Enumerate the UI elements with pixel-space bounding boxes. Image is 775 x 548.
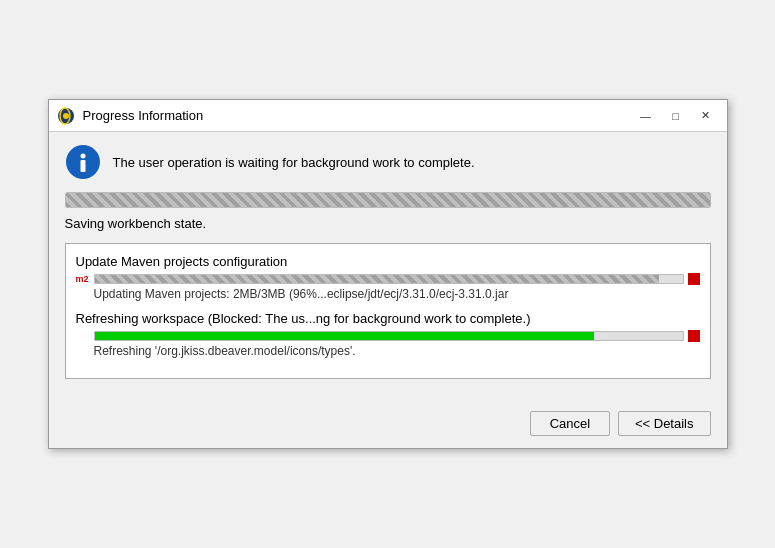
info-icon	[65, 144, 101, 180]
info-row: The user operation is waiting for backgr…	[65, 144, 711, 180]
status-text: Saving workbench state.	[65, 216, 711, 231]
task-1-label: m2	[76, 274, 90, 284]
task-1-row: m2	[76, 273, 700, 285]
task-1-progress-fill	[95, 275, 659, 283]
task-block-2: Refreshing workspace (Blocked: The us...…	[76, 311, 700, 358]
task-2-title: Refreshing workspace (Blocked: The us...…	[76, 311, 700, 326]
task-block-1: Update Maven projects configuration m2 U…	[76, 254, 700, 301]
progress-window: Progress Information — □ ✕ The user oper…	[48, 99, 728, 449]
task-2-sub-text: Refreshing '/org.jkiss.dbeaver.model/ico…	[94, 344, 700, 358]
title-bar-controls: — □ ✕	[633, 106, 719, 126]
cancel-button[interactable]: Cancel	[530, 411, 610, 436]
app-icon	[57, 107, 75, 125]
task-2-row	[76, 330, 700, 342]
footer: Cancel << Details	[49, 403, 727, 448]
svg-rect-5	[80, 160, 85, 172]
minimize-button[interactable]: —	[633, 106, 659, 126]
task-2-stop-button[interactable]	[688, 330, 700, 342]
close-button[interactable]: ✕	[693, 106, 719, 126]
content-area: The user operation is waiting for backgr…	[49, 132, 727, 403]
details-box: Update Maven projects configuration m2 U…	[65, 243, 711, 379]
maximize-button[interactable]: □	[663, 106, 689, 126]
main-progress-fill	[66, 193, 710, 207]
task-2-progress	[94, 331, 684, 341]
window-title: Progress Information	[83, 108, 204, 123]
task-1-title: Update Maven projects configuration	[76, 254, 700, 269]
task-1-sub-text: Updating Maven projects: 2MB/3MB (96%...…	[94, 287, 700, 301]
title-bar-left: Progress Information	[57, 107, 204, 125]
svg-point-4	[80, 154, 85, 159]
task-2-progress-fill	[95, 332, 595, 340]
title-bar: Progress Information — □ ✕	[49, 100, 727, 132]
info-message: The user operation is waiting for backgr…	[113, 155, 475, 170]
task-1-stop-button[interactable]	[688, 273, 700, 285]
details-button[interactable]: << Details	[618, 411, 711, 436]
svg-point-2	[63, 113, 69, 119]
main-progress-bar	[65, 192, 711, 208]
task-1-progress	[94, 274, 684, 284]
